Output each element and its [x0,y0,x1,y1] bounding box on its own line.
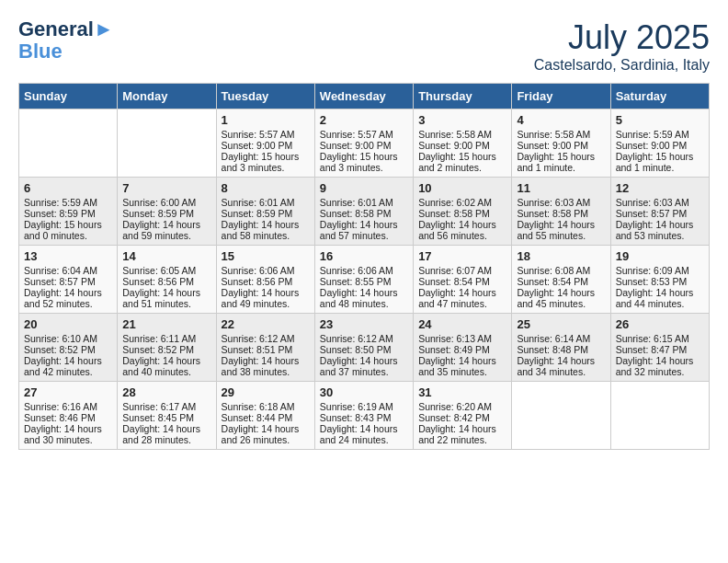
cell-text: Daylight: 14 hours and 49 minutes. [222,287,310,309]
day-number: 1 [222,113,310,127]
calendar-cell: 25Sunrise: 6:14 AMSunset: 8:48 PMDayligh… [512,314,610,382]
cell-text: Daylight: 14 hours and 44 minutes. [616,287,704,309]
calendar-cell: 22Sunrise: 6:12 AMSunset: 8:51 PMDayligh… [216,314,314,382]
cell-text: Daylight: 14 hours and 37 minutes. [320,355,408,377]
cell-text: Sunrise: 6:08 AM [517,265,605,276]
cell-text: Daylight: 14 hours and 42 minutes. [24,355,112,377]
day-number: 30 [320,385,408,399]
day-number: 6 [24,181,112,195]
day-number: 11 [517,181,605,195]
cell-text: Sunset: 8:52 PM [122,344,210,355]
calendar-cell: 6Sunrise: 5:59 AMSunset: 8:59 PMDaylight… [19,178,118,246]
cell-text: Daylight: 15 hours and 2 minutes. [418,151,506,173]
cell-text: Sunset: 8:47 PM [616,344,704,355]
cell-text: Sunset: 8:58 PM [517,208,605,219]
calendar-cell: 2Sunrise: 5:57 AMSunset: 9:00 PMDaylight… [314,109,413,178]
cell-text: Sunrise: 5:59 AM [616,129,704,140]
calendar-cell: 4Sunrise: 5:58 AMSunset: 9:00 PMDaylight… [512,109,610,178]
cell-text: Daylight: 15 hours and 3 minutes. [222,151,310,173]
logo-blue: Blue [18,40,114,63]
cell-text: Sunset: 8:54 PM [517,276,605,287]
header-tuesday: Tuesday [216,84,314,109]
calendar-cell: 17Sunrise: 6:07 AMSunset: 8:54 PMDayligh… [414,246,512,314]
cell-text: Sunset: 8:54 PM [418,276,506,287]
calendar-table: SundayMondayTuesdayWednesdayThursdayFrid… [18,83,710,450]
day-number: 19 [616,249,704,263]
day-number: 23 [320,317,408,331]
cell-text: Sunrise: 6:10 AM [24,333,112,344]
cell-text: Sunset: 9:00 PM [222,140,310,151]
cell-text: Sunrise: 6:20 AM [418,401,506,412]
cell-text: Daylight: 14 hours and 51 minutes. [122,287,210,309]
day-number: 5 [616,113,704,127]
cell-text: Sunrise: 6:05 AM [122,265,210,276]
header-friday: Friday [512,84,610,109]
day-number: 16 [320,249,408,263]
cell-text: Sunset: 8:46 PM [24,412,112,423]
cell-text: Sunrise: 6:03 AM [517,197,605,208]
day-number: 9 [320,181,408,195]
cell-text: Sunrise: 6:13 AM [418,333,506,344]
cell-text: Sunrise: 5:57 AM [320,129,408,140]
logo-text: General► [18,18,114,40]
cell-text: Sunset: 8:56 PM [222,276,310,287]
calendar-cell [118,109,216,178]
cell-text: Daylight: 14 hours and 59 minutes. [122,219,210,241]
header-wednesday: Wednesday [314,84,413,109]
day-number: 10 [418,181,506,195]
cell-text: Sunrise: 6:06 AM [222,265,310,276]
calendar-cell: 10Sunrise: 6:02 AMSunset: 8:58 PMDayligh… [414,178,512,246]
location-title: Castelsardo, Sardinia, Italy [534,57,710,74]
cell-text: Sunset: 9:00 PM [418,140,506,151]
cell-text: Sunrise: 6:12 AM [320,333,408,344]
cell-text: Sunrise: 6:11 AM [122,333,210,344]
day-number: 18 [517,249,605,263]
cell-text: Sunrise: 6:02 AM [418,197,506,208]
week-row-5: 27Sunrise: 6:16 AMSunset: 8:46 PMDayligh… [19,382,710,450]
cell-text: Sunrise: 6:19 AM [320,401,408,412]
day-number: 2 [320,113,408,127]
calendar-cell: 23Sunrise: 6:12 AMSunset: 8:50 PMDayligh… [314,314,413,382]
cell-text: Daylight: 14 hours and 48 minutes. [320,287,408,309]
cell-text: Sunset: 8:45 PM [122,412,210,423]
day-number: 7 [122,181,210,195]
cell-text: Sunrise: 6:06 AM [320,265,408,276]
cell-text: Sunset: 8:52 PM [24,344,112,355]
cell-text: Daylight: 14 hours and 30 minutes. [24,423,112,445]
header-thursday: Thursday [414,84,512,109]
calendar-cell: 13Sunrise: 6:04 AMSunset: 8:57 PMDayligh… [19,246,118,314]
cell-text: Daylight: 14 hours and 24 minutes. [320,423,408,445]
calendar-cell: 15Sunrise: 6:06 AMSunset: 8:56 PMDayligh… [216,246,314,314]
calendar-cell: 1Sunrise: 5:57 AMSunset: 9:00 PMDaylight… [216,109,314,178]
cell-text: Sunset: 9:00 PM [616,140,704,151]
cell-text: Sunset: 8:53 PM [616,276,704,287]
cell-text: Sunrise: 6:18 AM [222,401,310,412]
cell-text: Daylight: 15 hours and 1 minute. [517,151,605,173]
day-number: 24 [418,317,506,331]
cell-text: Sunset: 8:59 PM [222,208,310,219]
week-row-2: 6Sunrise: 5:59 AMSunset: 8:59 PMDaylight… [19,178,710,246]
cell-text: Sunset: 8:44 PM [222,412,310,423]
cell-text: Daylight: 14 hours and 38 minutes. [222,355,310,377]
week-row-3: 13Sunrise: 6:04 AMSunset: 8:57 PMDayligh… [19,246,710,314]
cell-text: Daylight: 14 hours and 40 minutes. [122,355,210,377]
cell-text: Daylight: 14 hours and 53 minutes. [616,219,704,241]
cell-text: Sunrise: 6:07 AM [418,265,506,276]
cell-text: Sunrise: 6:09 AM [616,265,704,276]
page-header: General► Blue July 2025 Castelsardo, Sar… [18,18,710,74]
calendar-cell: 31Sunrise: 6:20 AMSunset: 8:42 PMDayligh… [414,382,512,450]
month-title: July 2025 [534,18,710,57]
day-number: 28 [122,385,210,399]
calendar-cell [19,109,118,178]
week-row-4: 20Sunrise: 6:10 AMSunset: 8:52 PMDayligh… [19,314,710,382]
calendar-cell: 5Sunrise: 5:59 AMSunset: 9:00 PMDaylight… [610,109,709,178]
cell-text: Daylight: 15 hours and 3 minutes. [320,151,408,173]
cell-text: Daylight: 14 hours and 52 minutes. [24,287,112,309]
cell-text: Sunset: 8:57 PM [616,208,704,219]
cell-text: Daylight: 14 hours and 35 minutes. [418,355,506,377]
calendar-cell: 26Sunrise: 6:15 AMSunset: 8:47 PMDayligh… [610,314,709,382]
cell-text: Sunrise: 5:59 AM [24,197,112,208]
cell-text: Daylight: 14 hours and 47 minutes. [418,287,506,309]
cell-text: Sunrise: 6:04 AM [24,265,112,276]
calendar-cell: 21Sunrise: 6:11 AMSunset: 8:52 PMDayligh… [118,314,216,382]
